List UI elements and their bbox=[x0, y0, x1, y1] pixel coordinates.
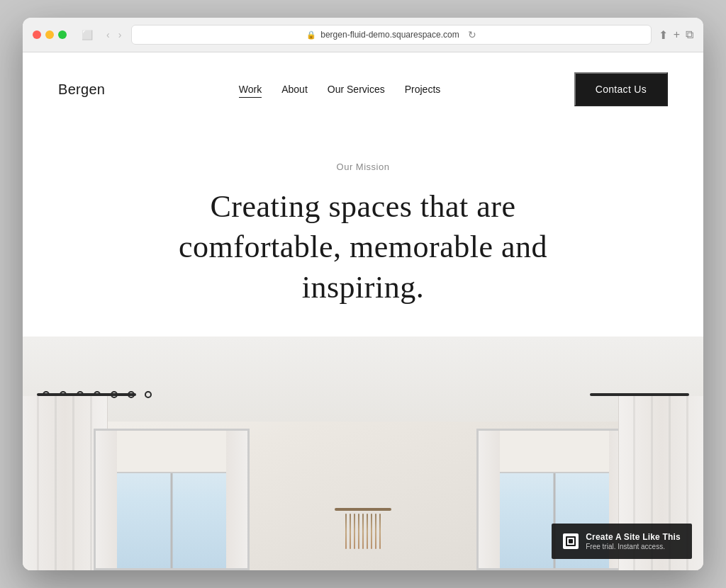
badge-title: Create A Site Like This bbox=[586, 532, 681, 542]
refresh-button[interactable]: ↻ bbox=[468, 29, 476, 40]
browser-dots bbox=[33, 30, 67, 39]
ss-logo-inner bbox=[566, 536, 576, 546]
macrame-decoration bbox=[335, 508, 391, 549]
forward-button[interactable]: › bbox=[116, 28, 125, 42]
window-curtain-left bbox=[96, 431, 117, 568]
site-navigation: Bergen Work About Our Services Projects … bbox=[23, 52, 703, 126]
nav-link-projects[interactable]: Projects bbox=[405, 84, 441, 95]
curtain-ring bbox=[128, 391, 135, 398]
macrame-string bbox=[375, 514, 376, 549]
macrame-strings bbox=[345, 514, 381, 549]
macrame-string bbox=[362, 514, 364, 549]
curtain-ring bbox=[111, 391, 118, 398]
sidebar-toggle-icon[interactable]: ⬜ bbox=[78, 28, 96, 42]
browser-actions: ⬆ + ⧉ bbox=[659, 28, 693, 42]
macrame-string bbox=[371, 514, 372, 549]
dot-green[interactable] bbox=[58, 30, 67, 39]
browser-nav: ‹ › bbox=[104, 28, 124, 42]
site-logo[interactable]: Bergen bbox=[58, 81, 105, 98]
nav-link-services[interactable]: Our Services bbox=[328, 84, 385, 95]
room-scene: Create A Site Like This Free trial. Inst… bbox=[23, 337, 703, 570]
squarespace-logo-icon bbox=[563, 533, 579, 549]
macrame-bar bbox=[335, 508, 391, 511]
share-icon[interactable]: ⬆ bbox=[659, 28, 668, 42]
window-curtain-left bbox=[479, 431, 500, 568]
squarespace-badge-text: Create A Site Like This Free trial. Inst… bbox=[586, 532, 681, 550]
window-curtain-right bbox=[226, 431, 247, 568]
hero-headline: Creating spaces that are comfortable, me… bbox=[179, 186, 547, 308]
dot-yellow[interactable] bbox=[45, 30, 54, 39]
macrame-string bbox=[379, 514, 381, 549]
lock-icon: 🔒 bbox=[306, 30, 316, 40]
hero-section: Our Mission Creating spaces that are com… bbox=[23, 126, 703, 337]
nav-link-about[interactable]: About bbox=[281, 84, 308, 95]
curtain-fold bbox=[37, 396, 39, 570]
macrame-string bbox=[367, 514, 368, 549]
badge-subtitle: Free trial. Instant access. bbox=[586, 543, 681, 550]
dot-red[interactable] bbox=[33, 30, 41, 39]
room-image: Create A Site Like This Free trial. Inst… bbox=[23, 337, 703, 570]
room-image-section: Create A Site Like This Free trial. Inst… bbox=[23, 337, 703, 570]
new-tab-icon[interactable]: + bbox=[674, 28, 680, 41]
url-text: bergen-fluid-demo.squarespace.com bbox=[320, 30, 459, 40]
curtain-fold bbox=[90, 396, 92, 570]
website-content: Bergen Work About Our Services Projects … bbox=[23, 52, 703, 570]
browser-chrome: ⬜ ‹ › 🔒 bergen-fluid-demo.squarespace.co… bbox=[23, 18, 703, 52]
macrame-string bbox=[354, 514, 355, 549]
macrame-string bbox=[345, 514, 347, 549]
macrame-string bbox=[358, 514, 359, 549]
curtain-fold bbox=[72, 396, 74, 570]
contact-us-button[interactable]: Contact Us bbox=[574, 72, 668, 106]
browser-controls: ⬜ bbox=[78, 28, 96, 42]
browser-window: ⬜ ‹ › 🔒 bergen-fluid-demo.squarespace.co… bbox=[23, 18, 703, 570]
nav-link-work[interactable]: Work bbox=[239, 84, 262, 95]
curtain-fold bbox=[55, 396, 57, 570]
address-bar[interactable]: 🔒 bergen-fluid-demo.squarespace.com ↻ bbox=[131, 25, 651, 45]
window-left bbox=[94, 429, 250, 570]
macrame-string bbox=[350, 514, 351, 549]
back-button[interactable]: ‹ bbox=[104, 28, 113, 42]
curtain-ring bbox=[145, 391, 152, 398]
mission-label: Our Mission bbox=[37, 162, 689, 172]
duplicate-icon[interactable]: ⧉ bbox=[686, 28, 693, 41]
window-blind-left bbox=[96, 431, 247, 473]
nav-links: Work About Our Services Projects bbox=[239, 84, 441, 95]
squarespace-badge[interactable]: Create A Site Like This Free trial. Inst… bbox=[552, 524, 692, 559]
